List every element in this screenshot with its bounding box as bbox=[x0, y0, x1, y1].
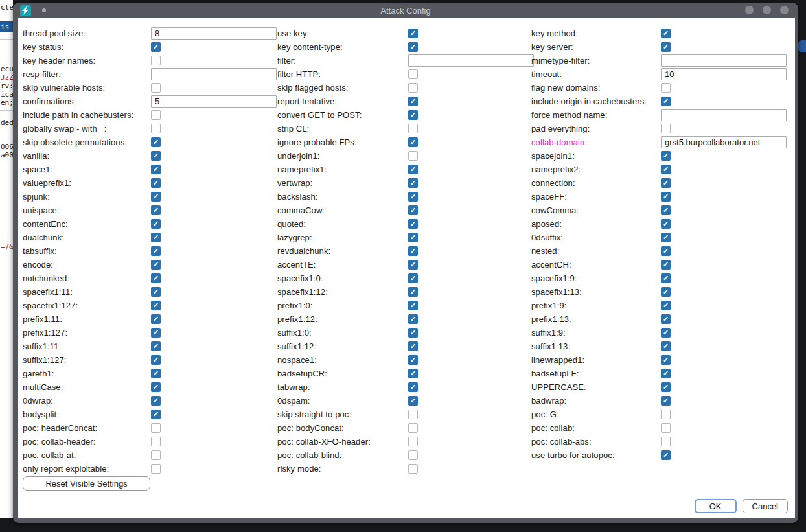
checkbox-underjoin1[interactable] bbox=[408, 151, 418, 161]
checkbox-poc-collab-at[interactable] bbox=[151, 450, 161, 460]
checkbox-0dspam[interactable] bbox=[408, 396, 418, 406]
checkbox-suffix1-0[interactable] bbox=[408, 328, 418, 338]
checkbox-strip-cl[interactable] bbox=[408, 124, 418, 133]
checkbox-poc-bodyconcat[interactable] bbox=[408, 423, 418, 433]
checkbox-unispace[interactable] bbox=[151, 205, 161, 215]
text-input-thread-pool-size[interactable] bbox=[151, 27, 277, 40]
checkbox-bodysplit[interactable] bbox=[151, 410, 161, 419]
text-input-force-method-name[interactable] bbox=[661, 109, 787, 121]
checkbox-ignore-probable-fps[interactable] bbox=[408, 137, 418, 147]
checkbox-cowcomma[interactable] bbox=[661, 205, 671, 215]
checkbox-prefix1-12[interactable] bbox=[408, 314, 418, 324]
window-maximize-button[interactable] bbox=[763, 6, 771, 14]
checkbox-quoted[interactable] bbox=[408, 219, 418, 229]
checkbox-suffix1-11[interactable] bbox=[151, 341, 161, 351]
checkbox-prefix1-9[interactable] bbox=[661, 301, 671, 310]
checkbox-convert-get-to-post[interactable] bbox=[408, 110, 418, 120]
checkbox-skip-vulnerable-hosts[interactable] bbox=[151, 83, 161, 93]
checkbox-spacefix1-12[interactable] bbox=[408, 287, 418, 297]
checkbox-spacefix1-13[interactable] bbox=[661, 287, 671, 297]
checkbox-key-status[interactable] bbox=[151, 42, 161, 52]
checkbox-connection[interactable] bbox=[661, 178, 671, 188]
checkbox-key-content-type[interactable] bbox=[408, 42, 418, 52]
checkbox-gareth1[interactable] bbox=[151, 369, 161, 378]
checkbox-key-server[interactable] bbox=[661, 42, 671, 52]
window-minimize-button[interactable] bbox=[745, 6, 754, 14]
checkbox-nameprefix1[interactable] bbox=[408, 165, 418, 174]
window-close-button[interactable] bbox=[780, 6, 789, 14]
checkbox-poc-collab-header[interactable] bbox=[151, 437, 161, 446]
checkbox-poc-g[interactable] bbox=[661, 410, 671, 419]
checkbox-key-method[interactable] bbox=[661, 29, 671, 38]
checkbox-suffix1-13[interactable] bbox=[661, 341, 671, 351]
checkbox-use-turbo-for-autopoc[interactable] bbox=[661, 450, 671, 460]
text-input-confirmations[interactable] bbox=[151, 95, 277, 108]
checkbox-suffix1-9[interactable] bbox=[661, 328, 671, 338]
checkbox-linewrapped1[interactable] bbox=[661, 355, 671, 365]
text-input-collab-domain[interactable] bbox=[661, 136, 787, 148]
checkbox-dualchunk[interactable] bbox=[151, 233, 161, 242]
text-input-mimetype-filter[interactable] bbox=[661, 54, 787, 67]
checkbox-aposed[interactable] bbox=[661, 219, 671, 229]
checkbox-badwrap[interactable] bbox=[661, 396, 671, 406]
checkbox-skip-flagged-hosts[interactable] bbox=[408, 83, 418, 93]
checkbox-flag-new-domains[interactable] bbox=[661, 83, 671, 93]
checkbox-tabwrap[interactable] bbox=[408, 382, 418, 392]
checkbox-spacefix1-127[interactable] bbox=[151, 301, 161, 310]
checkbox-valueprefix1[interactable] bbox=[151, 178, 161, 188]
checkbox-globally-swap-with[interactable] bbox=[151, 124, 161, 133]
checkbox-pad-everything[interactable] bbox=[661, 124, 671, 133]
checkbox-space1[interactable] bbox=[151, 165, 161, 174]
checkbox-badsetuplf[interactable] bbox=[661, 369, 671, 378]
checkbox-badsetupcr[interactable] bbox=[408, 369, 418, 378]
checkbox-0dwrap[interactable] bbox=[151, 396, 161, 406]
checkbox-report-tentative[interactable] bbox=[408, 97, 418, 106]
checkbox-vanilla[interactable] bbox=[151, 151, 161, 161]
checkbox-prefix1-11[interactable] bbox=[151, 314, 161, 324]
checkbox-encode[interactable] bbox=[151, 260, 161, 270]
checkbox-spaceff[interactable] bbox=[661, 192, 671, 202]
checkbox-commacow[interactable] bbox=[408, 205, 418, 215]
checkbox-nospace1[interactable] bbox=[408, 355, 418, 365]
checkbox-tabsuffix[interactable] bbox=[151, 246, 161, 256]
checkbox-poc-collab-blind[interactable] bbox=[408, 450, 418, 460]
checkbox-poc-headerconcat[interactable] bbox=[151, 423, 161, 433]
checkbox-filter-http[interactable] bbox=[408, 69, 418, 79]
checkbox-backslash[interactable] bbox=[408, 192, 418, 202]
checkbox-poc-collab[interactable] bbox=[661, 423, 671, 433]
checkbox-suffix1-127[interactable] bbox=[151, 355, 161, 365]
checkbox-use-key[interactable] bbox=[408, 29, 418, 38]
checkbox-skip-obsolete-permutations[interactable] bbox=[151, 137, 161, 147]
checkbox-spacefix1-9[interactable] bbox=[661, 273, 671, 283]
checkbox-key-header-names[interactable] bbox=[151, 56, 161, 65]
checkbox-risky-mode[interactable] bbox=[408, 464, 418, 474]
ok-button[interactable]: OK bbox=[695, 499, 737, 513]
checkbox-revdualchunk[interactable] bbox=[408, 246, 418, 256]
checkbox-include-path-in-cachebusters[interactable] bbox=[151, 110, 161, 120]
checkbox-uppercase[interactable] bbox=[661, 382, 671, 392]
reset-visible-settings-button[interactable]: Reset Visible Settings bbox=[23, 476, 150, 491]
checkbox-nested[interactable] bbox=[661, 246, 671, 256]
checkbox-multicase[interactable] bbox=[151, 382, 161, 392]
checkbox-spacefix1-0[interactable] bbox=[408, 273, 418, 283]
dialog-titlebar[interactable]: Attack Config bbox=[13, 3, 798, 18]
checkbox-only-report-exploitable[interactable] bbox=[151, 464, 161, 474]
checkbox-skip-straight-to-poc[interactable] bbox=[408, 410, 418, 419]
text-input-filter[interactable] bbox=[408, 54, 534, 67]
checkbox-prefix1-127[interactable] bbox=[151, 328, 161, 338]
checkbox-vertwrap[interactable] bbox=[408, 178, 418, 188]
checkbox-poc-collab-abs[interactable] bbox=[661, 437, 671, 446]
checkbox-accentch[interactable] bbox=[661, 260, 671, 270]
checkbox-spacefix1-11[interactable] bbox=[151, 287, 161, 297]
checkbox-prefix1-13[interactable] bbox=[661, 314, 671, 324]
checkbox-spacejoin1[interactable] bbox=[661, 151, 671, 161]
checkbox-suffix1-12[interactable] bbox=[408, 341, 418, 351]
checkbox-include-origin-in-cachebusters[interactable] bbox=[661, 97, 671, 106]
text-input-resp-filter[interactable] bbox=[151, 68, 277, 80]
cancel-button[interactable]: Cancel bbox=[743, 499, 788, 513]
checkbox-poc-collab-xfo-header[interactable] bbox=[408, 437, 418, 446]
checkbox-spjunk[interactable] bbox=[151, 192, 161, 202]
checkbox-prefix1-0[interactable] bbox=[408, 301, 418, 310]
checkbox-nameprefix2[interactable] bbox=[661, 165, 671, 174]
checkbox-0dsuffix[interactable] bbox=[661, 233, 671, 242]
